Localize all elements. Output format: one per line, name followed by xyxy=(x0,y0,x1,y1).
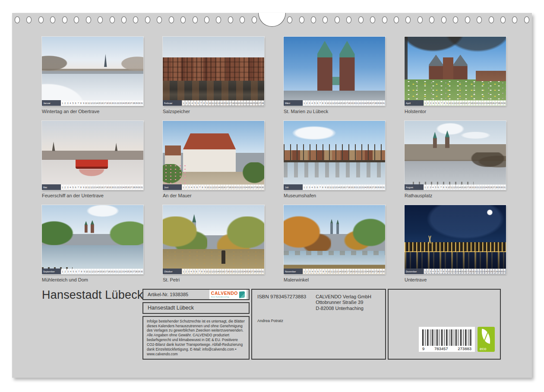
photo-midground xyxy=(284,41,385,96)
day-cell: 5 xyxy=(435,101,437,105)
day-cell: 23 xyxy=(120,101,122,105)
binding-hole xyxy=(204,16,209,23)
day-cell: 25 xyxy=(369,269,371,274)
binding-hole xyxy=(252,16,257,23)
day-cell: 31 xyxy=(141,101,143,105)
day-cell: 19 xyxy=(352,269,354,274)
day-cell: 10 xyxy=(207,185,209,190)
day-cell: 3 xyxy=(429,269,431,274)
day-cell: 23 xyxy=(482,269,484,274)
day-cell: 3 xyxy=(188,185,190,190)
calendar-strip: September 123456789101112131415161718192… xyxy=(42,269,143,274)
binding-hole xyxy=(193,16,198,23)
day-cell: 18 xyxy=(108,269,110,274)
day-cell: 21 xyxy=(114,101,117,105)
day-cell: 1 xyxy=(424,101,426,105)
day-cell: 29 xyxy=(380,269,382,274)
barcode-digit-group: 273883 xyxy=(458,346,471,351)
day-cell: 15 xyxy=(98,101,101,105)
calendar-strip: April 1234567891011121314151617181920212… xyxy=(405,100,506,106)
day-cell: 22 xyxy=(359,101,361,105)
thumbnail-april: April 1234567891011121314151617181920212… xyxy=(405,37,506,121)
day-cell: 16 xyxy=(465,101,467,105)
day-cell: 3 xyxy=(66,101,69,105)
publisher-address: CALVENDO Verlag GmbH Ottobrunner Straße … xyxy=(316,294,371,311)
day-cell: 2 xyxy=(306,269,308,274)
day-cell: 29 xyxy=(498,269,500,274)
day-cell: 9 xyxy=(325,269,327,274)
day-cells: 1234567891011121314151617181920212223242… xyxy=(303,269,385,274)
day-cells: 1234567891011121314151617181920212223242… xyxy=(182,269,264,274)
day-cells: 1234567891011121314151617181920212223242… xyxy=(61,184,143,190)
day-cell: 28 xyxy=(495,185,497,190)
day-cell: 8 xyxy=(443,185,445,190)
day-cell: 12 xyxy=(211,269,213,274)
day-cell: 22 xyxy=(117,101,119,105)
calvendo-logo-tagline: Dein Kalenderverlag xyxy=(211,296,238,298)
day-cell: 16 xyxy=(343,185,345,190)
day-cell: 6 xyxy=(316,101,319,105)
day-cell: 19 xyxy=(109,185,111,190)
day-cell: 21 xyxy=(114,185,117,190)
day-cell: 28 xyxy=(495,269,497,274)
photo-caption: Holstentor xyxy=(405,109,506,114)
day-cell: 28 xyxy=(256,185,258,190)
day-cell: 23 xyxy=(242,185,244,190)
binding-hole xyxy=(110,16,115,23)
day-cell: 18 xyxy=(469,269,471,274)
day-cell: 22 xyxy=(238,269,240,274)
binding-hole xyxy=(240,16,245,23)
day-cell: 2 xyxy=(185,185,187,190)
day-cell: 15 xyxy=(100,269,102,274)
day-cell: 24 xyxy=(364,185,366,190)
day-cell: 12 xyxy=(453,185,455,190)
day-cell: 17 xyxy=(105,269,107,274)
day-cell: 6 xyxy=(197,101,199,105)
day-cell: 26 xyxy=(369,185,371,190)
calendar-title-box: Hansestadt Lübeck xyxy=(142,302,250,314)
barcode-bars xyxy=(422,329,471,346)
binding-hole xyxy=(358,16,364,23)
binding-hole xyxy=(180,16,186,23)
binding-hole xyxy=(74,16,79,23)
photo-midground xyxy=(163,216,264,251)
month-photo: Dezember 1234567891011121314151617181920… xyxy=(405,205,506,274)
day-cell: 20 xyxy=(111,101,114,105)
day-cell: 26 xyxy=(127,185,130,190)
day-cell: 7 xyxy=(440,269,442,274)
day-cell: 10 xyxy=(448,185,450,190)
day-cell: 13 xyxy=(456,185,458,190)
day-cell: 19 xyxy=(109,101,111,105)
day-cell: 28 xyxy=(374,185,376,190)
day-cell: 18 xyxy=(471,101,473,105)
barcode-digits: 9 783457 273883 xyxy=(422,346,471,351)
day-cell: 26 xyxy=(130,269,132,274)
day-cell: 29 xyxy=(377,101,380,105)
day-cell: 29 xyxy=(136,185,138,190)
day-cell: 31 xyxy=(503,269,506,274)
photo-caption: Salzspeicher xyxy=(163,109,264,114)
day-cell: 23 xyxy=(363,269,365,274)
day-cell: 27 xyxy=(372,185,374,190)
day-cell: 27 xyxy=(251,269,253,274)
day-cell: 30 xyxy=(138,185,140,190)
day-cell: 16 xyxy=(464,269,466,274)
day-cell: 20 xyxy=(474,269,476,274)
day-cell: 24 xyxy=(243,269,245,274)
day-cell: 14 xyxy=(217,269,219,274)
month-label: April xyxy=(405,100,424,106)
day-cell: 30 xyxy=(259,269,261,274)
legal-text: Infolge bestehender Schutzrechte ist es … xyxy=(147,319,245,357)
day-cell: 9 xyxy=(324,185,326,190)
day-cell: 15 xyxy=(223,101,226,105)
day-cell: 7 xyxy=(200,101,202,105)
day-cell: 23 xyxy=(247,101,249,105)
month-photo: Februar 12345678910111213141516171819202… xyxy=(163,37,264,106)
day-cell: 25 xyxy=(490,101,492,105)
binding-hole xyxy=(394,16,399,23)
month-photo: April 1234567891011121314151617181920212… xyxy=(405,37,506,106)
day-cell: 2 xyxy=(427,269,429,274)
day-cell: 18 xyxy=(106,185,108,190)
day-cell: 24 xyxy=(366,269,368,274)
binding-hole xyxy=(417,16,423,23)
